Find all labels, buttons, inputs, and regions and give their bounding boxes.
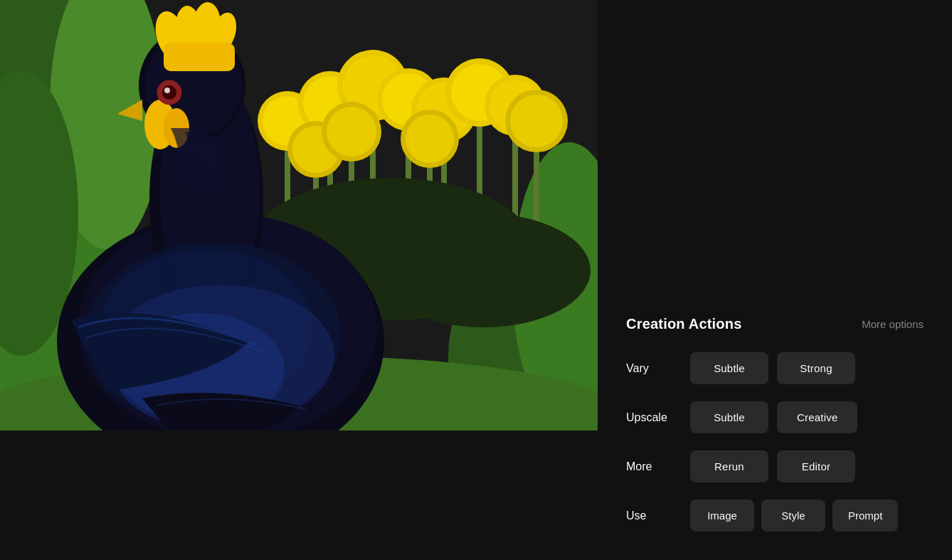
use-row: Use Image Style Prompt xyxy=(626,500,924,532)
upscale-label: Upscale xyxy=(626,411,690,424)
use-image-button[interactable]: Image xyxy=(690,500,754,532)
below-image-area xyxy=(0,430,598,560)
use-style-button[interactable]: Style xyxy=(761,500,825,532)
upscale-buttons: Subtle Creative xyxy=(690,401,857,433)
right-panel: Creation Actions More options Vary Subtl… xyxy=(598,0,952,560)
vary-strong-button[interactable]: Strong xyxy=(777,352,855,384)
use-buttons: Image Style Prompt xyxy=(690,500,898,532)
left-panel xyxy=(0,0,598,560)
more-row: More Rerun Editor xyxy=(626,450,924,482)
use-prompt-button[interactable]: Prompt xyxy=(832,500,898,532)
svg-rect-58 xyxy=(164,43,235,71)
upscale-row: Upscale Subtle Creative xyxy=(626,401,924,433)
vary-row: Vary Subtle Strong xyxy=(626,352,924,384)
vary-buttons: Subtle Strong xyxy=(690,352,855,384)
svg-point-63 xyxy=(162,85,176,100)
use-label: Use xyxy=(626,509,690,522)
vary-label: Vary xyxy=(626,362,690,375)
svg-point-40 xyxy=(510,95,563,147)
main-image-container xyxy=(0,0,598,430)
svg-point-64 xyxy=(164,88,170,93)
svg-point-36 xyxy=(327,107,376,157)
creation-actions-title: Creation Actions xyxy=(626,316,741,332)
editor-button[interactable]: Editor xyxy=(777,450,855,482)
more-options-link[interactable]: More options xyxy=(862,318,924,330)
vary-subtle-button[interactable]: Subtle xyxy=(690,352,768,384)
more-buttons: Rerun Editor xyxy=(690,450,855,482)
svg-point-42 xyxy=(377,213,591,327)
upscale-creative-button[interactable]: Creative xyxy=(777,401,857,433)
more-label: More xyxy=(626,460,690,473)
upscale-subtle-button[interactable]: Subtle xyxy=(690,401,768,433)
rerun-button[interactable]: Rerun xyxy=(690,450,768,482)
svg-point-38 xyxy=(406,115,454,163)
creation-actions-header: Creation Actions More options xyxy=(626,316,924,332)
